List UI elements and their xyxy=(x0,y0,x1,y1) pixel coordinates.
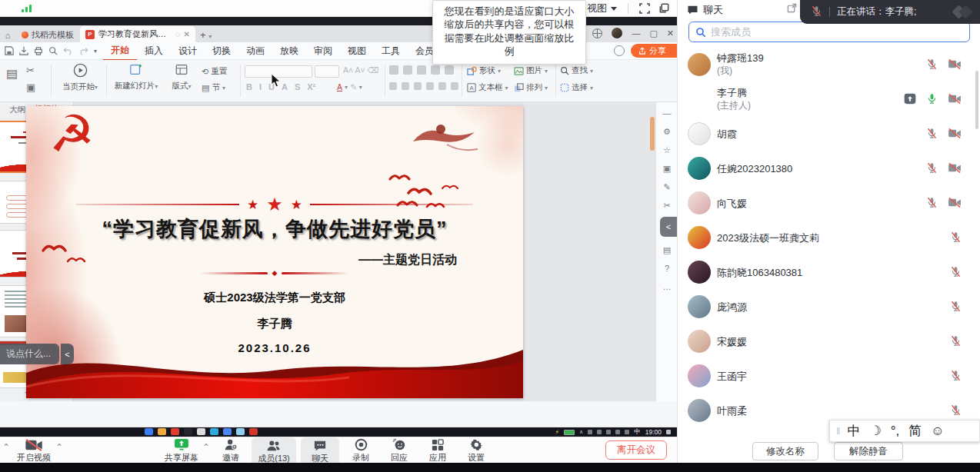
menu-item-6[interactable]: 审阅 xyxy=(306,42,340,60)
share-screen-button[interactable]: 共享屏幕 xyxy=(160,438,203,464)
chevron-down-icon[interactable]: ▾ xyxy=(94,48,97,55)
taskbar-app-icon[interactable] xyxy=(197,428,205,435)
more-icon[interactable]: … xyxy=(656,282,677,291)
member-row[interactable]: 李子腾(主持人) xyxy=(678,82,980,117)
new-tab-button[interactable]: + ▾ xyxy=(200,29,212,42)
ime-item-2[interactable]: °, xyxy=(891,424,900,439)
ime-toolbar[interactable]: ‖ 中☽°,简☺ xyxy=(829,420,980,442)
layout-button[interactable]: 版式▾ xyxy=(165,63,198,91)
member-row[interactable]: 王函宇 xyxy=(678,359,980,394)
cloud-sync-icon[interactable] xyxy=(614,45,625,56)
reset-button[interactable]: ⟲重置 xyxy=(202,66,227,77)
font-color-buttons[interactable]: A▾ ✎▾ xyxy=(337,82,362,91)
member-row[interactable]: 2023级法硕一班龚文莉 xyxy=(678,221,980,255)
align-buttons[interactable] xyxy=(389,82,461,90)
picture-button[interactable]: 图片▾ xyxy=(514,65,548,76)
maximize-button[interactable]: ▢ xyxy=(649,29,657,38)
ime-indicator[interactable]: 中 xyxy=(634,427,641,437)
view-dropdown-button[interactable]: 视图 xyxy=(587,2,617,15)
ime-drag-handle[interactable]: ‖ xyxy=(836,425,838,437)
leave-meeting-button[interactable]: 离开会议 xyxy=(605,440,667,460)
home-icon[interactable]: ⌂ xyxy=(0,31,15,42)
member-row[interactable]: 宋媛媛 xyxy=(678,324,980,359)
member-row[interactable]: 向飞媛 xyxy=(678,186,980,221)
star-icon[interactable]: ☆ xyxy=(656,145,677,155)
taskbar-app-icon[interactable] xyxy=(223,428,232,435)
window-mode-icon[interactable] xyxy=(658,2,672,15)
new-slide-button[interactable]: 新建幻灯片▾ xyxy=(111,63,162,91)
textbox-button[interactable]: A 文本框▾ xyxy=(467,82,508,93)
unmute-button[interactable]: 解除静音 xyxy=(834,442,903,460)
copy-icon[interactable]: ▣ xyxy=(656,164,677,174)
tab-active-presentation[interactable]: P 学习教育促新风，争做先进好… ◌ ✕ xyxy=(80,26,195,42)
section-button[interactable]: ▤节▾ xyxy=(202,82,225,93)
slide-subtitle[interactable]: ——主题党日活动 xyxy=(358,252,457,268)
member-row[interactable]: 任婉2023201380 xyxy=(678,151,980,186)
taskbar-app-icon[interactable] xyxy=(236,428,245,435)
ime-item-1[interactable]: ☽ xyxy=(869,423,881,439)
taskbar-app-icon[interactable] xyxy=(171,428,179,435)
menu-item-3[interactable]: 切换 xyxy=(205,42,238,60)
undo-icon[interactable] xyxy=(63,46,73,55)
taskbar-app-icon[interactable] xyxy=(184,428,192,435)
slide-canvas[interactable]: ☭ ★★★ xyxy=(26,106,523,398)
apps-button[interactable]: 应用 xyxy=(416,438,459,464)
redo-icon[interactable] xyxy=(78,46,88,55)
member-row[interactable]: 庞鸿源 xyxy=(678,290,980,324)
menu-item-1[interactable]: 插入 xyxy=(137,42,171,60)
video-options-caret[interactable]: ⌃ xyxy=(55,442,63,453)
arrange-button[interactable]: 排列▾ xyxy=(514,82,548,93)
member-row[interactable]: 胡霞 xyxy=(678,117,980,151)
record-button[interactable]: 录制 xyxy=(339,438,382,464)
settings-button[interactable]: 设置 xyxy=(455,438,498,464)
menu-item-4[interactable]: 动画 xyxy=(238,42,272,60)
paste-button[interactable]: ▤ xyxy=(6,66,18,81)
select-button[interactable]: 选择▾ xyxy=(560,82,593,93)
font-btn-5[interactable]: X² xyxy=(307,82,315,91)
properties-icon[interactable]: ⚙ xyxy=(656,127,677,137)
list-buttons[interactable] xyxy=(389,65,456,75)
slide-presenter[interactable]: 李子腾 xyxy=(26,317,523,331)
tab-docer-templates[interactable]: 找稻壳模板 xyxy=(15,27,80,42)
cut-icon[interactable]: ✂ xyxy=(656,201,677,211)
slide-scrollbar[interactable] xyxy=(650,106,655,396)
close-button[interactable]: ✕ xyxy=(667,29,674,38)
cut-button[interactable]: ✂ xyxy=(26,65,35,76)
play-from-current-button[interactable]: 当页开始▾ xyxy=(57,63,103,92)
toggle-video-button[interactable]: 开启视频 xyxy=(12,438,55,464)
shapes-button[interactable]: 形状▾ xyxy=(467,65,501,76)
globe-icon[interactable] xyxy=(592,28,602,38)
font-btn-1[interactable]: I xyxy=(259,82,262,91)
print-icon[interactable] xyxy=(34,46,43,55)
font-btn-3[interactable]: A xyxy=(282,82,288,91)
font-grow-shrink[interactable]: A˄ A˅ ⌫ xyxy=(343,65,378,75)
ime-item-3[interactable]: 简 xyxy=(908,422,922,440)
copy-button[interactable]: ▣ xyxy=(26,81,35,93)
output-icon[interactable] xyxy=(19,46,28,55)
menu-item-7[interactable]: 视图 xyxy=(340,42,374,60)
image-tool-icon[interactable]: ▤ xyxy=(656,245,677,255)
menu-item-8[interactable]: 工具 xyxy=(374,42,408,60)
quick-chat-bubble[interactable]: 说点什么... xyxy=(0,344,59,364)
preview-icon[interactable] xyxy=(48,46,58,55)
member-row[interactable]: 钟露瑶139(我) xyxy=(678,48,980,82)
mic-options-caret[interactable]: ⌃ xyxy=(2,442,10,453)
slide-title[interactable]: “学习教育促新风，争做先进好党员” xyxy=(26,215,523,243)
floating-panel-collapse-handle[interactable]: < xyxy=(660,217,677,237)
tab-close-icon[interactable]: ✕ xyxy=(184,30,190,38)
slide-department[interactable]: 硕士2023级法学第一党支部 xyxy=(26,291,523,305)
font-btn-4[interactable]: S xyxy=(295,82,300,91)
wps-share-button[interactable]: 分享 xyxy=(631,44,677,58)
save-icon[interactable] xyxy=(5,46,14,55)
minimize-button[interactable]: — xyxy=(632,29,640,38)
invite-button[interactable]: 邀请 xyxy=(209,438,252,464)
panel-scrollbar[interactable] xyxy=(975,71,978,129)
pane-tab-outline[interactable]: 大纲 xyxy=(9,105,25,115)
taskbar-app-icon[interactable] xyxy=(158,428,166,435)
account-avatar[interactable] xyxy=(612,28,622,38)
fullscreen-icon[interactable] xyxy=(638,2,652,15)
font-btn-0[interactable]: B xyxy=(246,82,252,91)
ime-item-4[interactable]: ☺ xyxy=(931,424,944,439)
menu-item-2[interactable]: 设计 xyxy=(171,42,205,60)
edit-icon[interactable]: ✎ xyxy=(656,182,677,192)
